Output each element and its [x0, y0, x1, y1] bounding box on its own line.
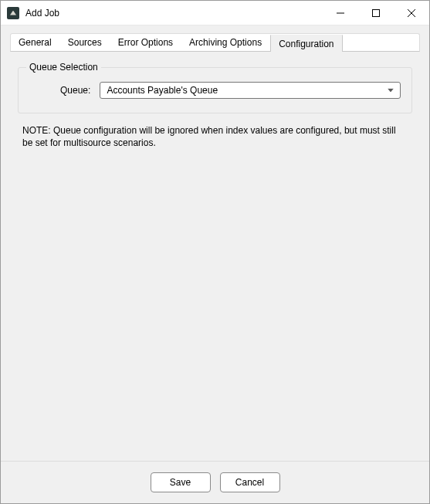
minimize-button[interactable] — [323, 1, 358, 25]
queue-selected-value: Accounts Payable's Queue — [107, 85, 218, 96]
maximize-button[interactable] — [358, 1, 394, 25]
queue-selection-legend: Queue Selection — [26, 62, 101, 73]
close-icon — [408, 9, 415, 17]
configuration-note: NOTE: Queue configuration will be ignore… — [18, 124, 412, 149]
queue-field-row: Queue: Accounts Payable's Queue — [29, 82, 401, 99]
minimize-icon — [337, 9, 344, 17]
titlebar: Add Job — [1, 1, 429, 25]
queue-selection-group: Queue Selection Queue: Accounts Payable'… — [18, 67, 412, 113]
window-title: Add Job — [25, 8, 59, 19]
tab-general[interactable]: General — [11, 34, 60, 51]
cancel-button[interactable]: Cancel — [220, 472, 280, 492]
tab-panel-configuration: Queue Selection Queue: Accounts Payable'… — [10, 52, 420, 452]
add-job-window: Add Job General Sources Error Options Ar… — [0, 0, 430, 504]
tab-configuration[interactable]: Configuration — [270, 35, 342, 52]
save-button[interactable]: Save — [151, 472, 211, 492]
tab-error-options[interactable]: Error Options — [110, 34, 181, 51]
tab-archiving-options[interactable]: Archiving Options — [181, 34, 270, 51]
svg-rect-1 — [373, 9, 380, 16]
maximize-icon — [372, 9, 380, 17]
queue-label: Queue: — [60, 85, 90, 96]
content-area: General Sources Error Options Archiving … — [1, 25, 429, 461]
dialog-footer: Save Cancel — [1, 461, 429, 503]
tabstrip: General Sources Error Options Archiving … — [10, 33, 420, 52]
app-icon — [7, 7, 19, 19]
queue-combobox[interactable]: Accounts Payable's Queue — [100, 82, 401, 99]
window-controls — [323, 1, 429, 25]
tab-sources[interactable]: Sources — [60, 34, 110, 51]
close-button[interactable] — [394, 1, 429, 25]
